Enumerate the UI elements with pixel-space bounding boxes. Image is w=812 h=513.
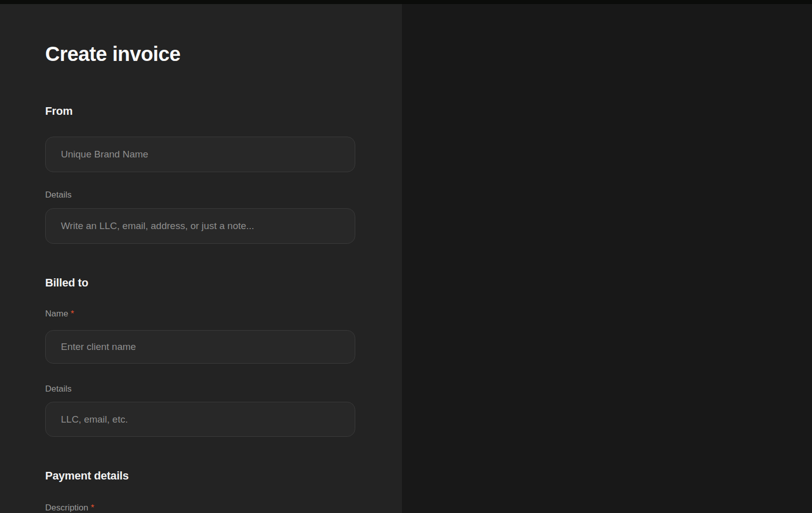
from-name-input[interactable] [45, 137, 355, 172]
required-asterisk: * [91, 503, 94, 512]
create-invoice-panel: Create invoice From Details Billed to Na… [0, 4, 402, 513]
from-details-input[interactable] [45, 208, 355, 244]
payment-details-heading: Payment details [45, 469, 129, 483]
client-name-input[interactable] [45, 330, 355, 364]
window-top-bar [0, 0, 812, 4]
from-section-heading: From [45, 105, 73, 118]
required-asterisk: * [71, 309, 74, 318]
from-details-label: Details [45, 190, 72, 200]
billed-to-section-heading: Billed to [45, 276, 88, 290]
description-label: Description* [45, 503, 94, 513]
billed-details-label: Details [45, 384, 72, 394]
invoice-preview-panel: Invoice Payment Success ND Unique Brand … [402, 4, 812, 513]
client-name-label: Name* [45, 309, 74, 319]
billed-details-input[interactable] [45, 402, 355, 437]
page-title: Create invoice [45, 43, 180, 66]
